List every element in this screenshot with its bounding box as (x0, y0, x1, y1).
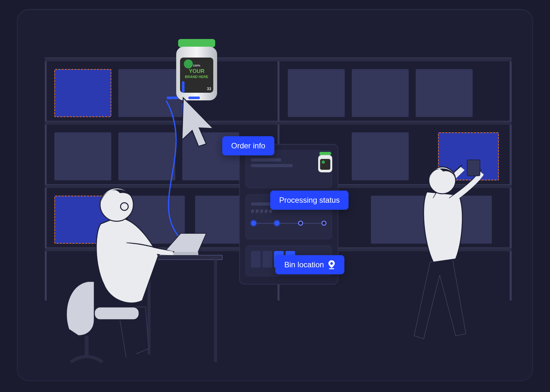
shelf-bin-highlighted (54, 69, 111, 117)
callout-label: Bin location (284, 260, 324, 269)
worker-seated-illustration (46, 169, 225, 374)
callout-processing-status: Processing status (270, 191, 349, 210)
bin-slot (251, 251, 261, 268)
stepper-dot (321, 221, 326, 226)
svg-point-17 (330, 262, 333, 265)
illustration-frame: 100% YOUR BRAND HERE 33 (18, 10, 532, 380)
svg-rect-21 (214, 260, 217, 362)
bin-slot (263, 251, 272, 268)
dashboard-order-card (246, 150, 332, 188)
cursor-icon (158, 77, 229, 147)
svg-point-4 (184, 59, 193, 68)
svg-text:100%: 100% (193, 64, 200, 67)
shelf-bin (352, 69, 409, 117)
shelf-line (45, 121, 512, 125)
svg-rect-15 (320, 159, 330, 170)
svg-rect-28 (467, 160, 480, 176)
shelf-bin (288, 69, 345, 117)
svg-rect-18 (329, 268, 334, 269)
svg-point-16 (322, 161, 325, 164)
svg-rect-27 (94, 307, 139, 320)
svg-point-29 (429, 167, 456, 194)
callout-label: Processing status (279, 196, 340, 205)
shelf-bin (416, 69, 473, 117)
svg-rect-23 (85, 336, 89, 358)
stepper-dot (251, 221, 256, 226)
shelf-line (45, 58, 512, 61)
map-pin-icon (328, 260, 335, 269)
callout-order-info: Order info (222, 136, 274, 155)
callout-label: Order info (231, 141, 265, 150)
svg-text:YOUR: YOUR (189, 68, 204, 74)
svg-point-24 (126, 354, 156, 364)
svg-rect-13 (319, 152, 331, 155)
worker-standing-illustration (392, 147, 494, 345)
product-jar-thumbnail (316, 151, 335, 174)
stepper-dot (298, 221, 303, 226)
shelf-post (510, 58, 512, 301)
stepper-dot (274, 221, 279, 226)
callout-bin-location: Bin location (275, 255, 344, 274)
status-stepper (251, 221, 326, 226)
svg-rect-1 (178, 39, 215, 47)
